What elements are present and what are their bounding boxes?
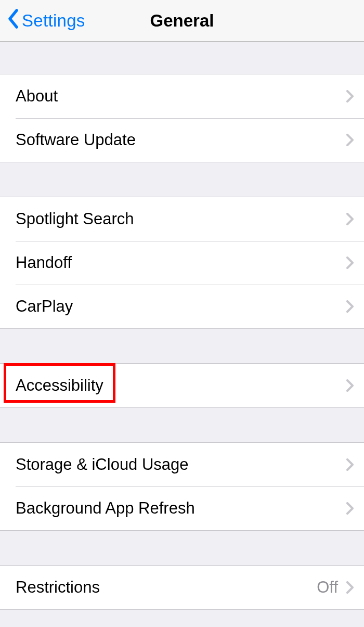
chevron-left-icon xyxy=(7,9,22,33)
row-label: Accessibility xyxy=(16,376,343,395)
row-label: Handoff xyxy=(16,253,343,272)
row-label: Restrictions xyxy=(16,578,317,597)
row-spotlight-search[interactable]: Spotlight Search xyxy=(0,197,364,241)
row-restrictions[interactable]: Restrictions Off xyxy=(0,566,364,609)
row-value: Off xyxy=(317,578,338,597)
chevron-right-icon xyxy=(346,458,354,471)
group-spacer xyxy=(0,610,364,627)
settings-group: Restrictions Off xyxy=(0,565,364,610)
row-label: Software Update xyxy=(16,131,343,149)
chevron-right-icon xyxy=(346,300,354,313)
navigation-bar: Settings General xyxy=(0,0,364,42)
chevron-right-icon xyxy=(346,379,354,392)
chevron-right-icon xyxy=(346,257,354,269)
chevron-right-icon xyxy=(346,90,354,103)
group-spacer xyxy=(0,531,364,565)
chevron-right-icon xyxy=(346,134,354,146)
group-spacer xyxy=(0,42,364,74)
back-label: Settings xyxy=(22,11,85,31)
settings-group: Spotlight Search Handoff CarPlay xyxy=(0,197,364,329)
row-label: Storage & iCloud Usage xyxy=(16,455,343,474)
settings-group: About Software Update xyxy=(0,74,364,162)
row-background-app-refresh[interactable]: Background App Refresh xyxy=(0,487,364,530)
row-handoff[interactable]: Handoff xyxy=(0,241,364,285)
row-about[interactable]: About xyxy=(0,74,364,118)
group-spacer xyxy=(0,408,364,442)
row-software-update[interactable]: Software Update xyxy=(0,118,364,162)
group-spacer xyxy=(0,329,364,363)
settings-group: Storage & iCloud Usage Background App Re… xyxy=(0,442,364,531)
back-button[interactable]: Settings xyxy=(0,0,85,41)
settings-group: Accessibility xyxy=(0,363,364,408)
row-label: About xyxy=(16,87,343,106)
row-label: Spotlight Search xyxy=(16,210,343,228)
row-storage-icloud[interactable]: Storage & iCloud Usage xyxy=(0,443,364,487)
group-spacer xyxy=(0,162,364,197)
chevron-right-icon xyxy=(346,213,354,225)
row-carplay[interactable]: CarPlay xyxy=(0,285,364,328)
row-accessibility[interactable]: Accessibility xyxy=(0,364,364,407)
chevron-right-icon xyxy=(346,502,354,515)
row-label: Background App Refresh xyxy=(16,499,343,518)
chevron-right-icon xyxy=(346,581,354,594)
row-label: CarPlay xyxy=(16,297,343,316)
